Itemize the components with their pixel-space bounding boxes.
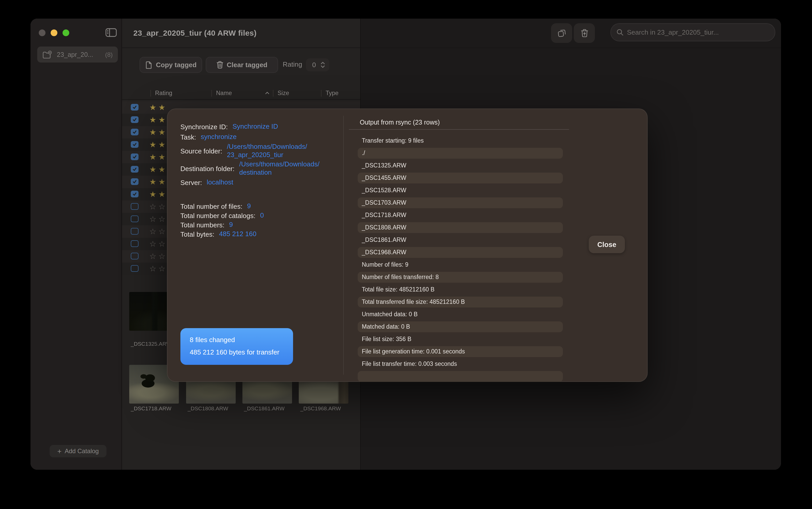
field-link-line: synchronize [201,133,237,141]
field-link[interactable]: localhost [207,178,233,186]
rating-stars[interactable]: ☆☆ [149,202,167,211]
rsync-output-row: ./ [358,148,563,159]
rsync-output-row: File list generation time: 0.001 seconds [358,346,563,357]
field-link[interactable]: synchronize [201,133,237,141]
sync-field-row: Synchronize ID:Synchronize ID [180,122,319,131]
clear-tagged-label: Clear tagged [227,61,268,69]
summary-line1: 8 files changed [190,335,293,345]
total-label: Total number of catalogs: [180,212,256,219]
dialog-panel-divider [343,116,344,375]
sync-field-row: Source folder:/Users/thomas/Downloads/23… [180,143,319,159]
row-checkbox[interactable] [131,228,138,235]
field-link[interactable]: /Users/thomas/Downloads/destination [239,160,320,177]
field-link-line: 23_apr_20205_tiur [227,151,307,159]
field-link-line: /Users/thomas/Downloads/ [227,143,307,151]
rating-label: Rating [283,61,302,68]
rating-stars[interactable]: ☆☆ [149,239,167,248]
rsync-output-row: Total file size: 485212160 B [358,284,563,295]
field-label: Task: [180,133,196,141]
copy-stack-icon [557,28,566,38]
toolbar-divider [122,47,781,48]
rating-stars[interactable]: ★★ [149,128,167,137]
rating-stars[interactable]: ★★ [149,103,167,112]
column-divider [150,90,151,97]
rsync-output-row: Total transferred file size: 485212160 B [358,297,563,307]
rating-stars[interactable]: ★★ [149,115,167,125]
total-value: 0 [260,211,264,219]
column-name[interactable]: Name [216,90,232,96]
rsync-output-row: Number of files transferred: 8 [358,272,563,283]
sidebar-item-catalog[interactable]: 23_apr_20... (8) [37,46,118,63]
search-input[interactable]: Search in 23_apr_20205_tiur... [610,23,775,41]
catalog-label: 23_apr_20... [57,51,105,58]
rsync-output-row: _DSC1703.ARW [358,197,563,208]
row-checkbox[interactable] [131,129,138,135]
rsync-output-list: Transfer starting: 9 files./_DSC1325.ARW… [358,135,563,382]
row-checkbox[interactable] [131,265,138,272]
copy-tagged-button[interactable]: Copy tagged [140,57,202,73]
table-header: Rating Name Size Type [122,89,360,99]
rating-stars[interactable]: ★★ [149,152,167,162]
clear-tagged-button[interactable]: Clear tagged [206,57,278,73]
sidebar: 23_apr_20... (8) + Add Catalog [31,19,122,470]
rsync-output-header: Output from rsync (23 rows) [360,119,440,126]
column-type[interactable]: Type [326,90,339,96]
rating-stepper[interactable]: 0 [306,58,329,71]
rsync-output-row: Transfer starting: 9 files [358,135,563,146]
thumbnail-filename: _DSC1808.ARW [188,405,228,411]
rsync-output-divider [349,129,569,130]
row-checkbox[interactable] [131,104,138,110]
field-label: Destination folder: [180,165,235,172]
row-checkbox[interactable] [131,203,138,210]
row-checkbox[interactable] [131,178,138,185]
thumbnail-filename: _DSC1325.ARW [131,341,171,347]
rating-stars[interactable]: ★★ [149,140,167,149]
window-title: 23_apr_20205_tiur (40 ARW files) [133,28,257,37]
column-rating[interactable]: Rating [155,90,172,96]
total-row: Total bytes:485 212 160 [180,230,264,239]
rating-stars[interactable]: ★★ [149,177,167,186]
copy-stack-button[interactable] [551,23,572,43]
row-checkbox[interactable] [131,141,138,148]
sync-totals: Total number of files:9Total number of c… [180,202,264,239]
row-checkbox[interactable] [131,116,138,123]
rating-stars[interactable]: ☆☆ [149,214,167,224]
trash-upload-icon [580,28,588,38]
rating-stars[interactable]: ☆☆ [149,264,167,273]
row-checkbox[interactable] [131,215,138,222]
rating-stars[interactable]: ☆☆ [149,252,167,261]
add-catalog-button[interactable]: + Add Catalog [49,445,106,457]
traffic-light-close[interactable] [39,29,45,36]
total-value: 485 212 160 [219,230,257,238]
trash-upload-button[interactable] [574,23,595,43]
rating-value: 0 [312,61,320,69]
field-link[interactable]: Synchronize ID [233,123,278,131]
row-checkbox[interactable] [131,240,138,247]
field-link-line: Synchronize ID [233,123,278,131]
rating-stars[interactable]: ★★ [149,190,167,199]
rating-stars[interactable]: ★★ [149,165,167,174]
sidebar-toggle-icon[interactable] [105,28,118,38]
field-link[interactable]: /Users/thomas/Downloads/23_apr_20205_tiu… [227,143,307,159]
copy-tagged-label: Copy tagged [156,61,196,69]
row-checkbox[interactable] [131,154,138,160]
add-catalog-label: Add Catalog [65,447,99,455]
column-size[interactable]: Size [277,90,289,96]
field-link-line: localhost [207,178,233,186]
screen: Copy tagged Clear tagged Rating 0 [0,0,812,509]
close-button[interactable]: Close [589,236,625,253]
catalog-count-badge: (8) [105,51,113,58]
row-checkbox[interactable] [131,191,138,197]
sync-result-dialog: Synchronize ID:Synchronize IDTask:synchr… [167,108,648,382]
rsync-output-row: _DSC1325.ARW [358,160,563,171]
plus-icon: + [57,447,62,455]
summary-box: 8 files changed 485 212 160 bytes for tr… [180,328,293,365]
row-checkbox[interactable] [131,166,138,173]
total-label: Total numbers: [180,221,225,229]
rsync-output-row [358,371,563,382]
traffic-light-zoom[interactable] [63,29,69,36]
row-checkbox[interactable] [131,253,138,260]
stepper-chevrons-icon[interactable] [320,62,325,68]
rating-stars[interactable]: ☆☆ [149,227,167,236]
traffic-light-minimize[interactable] [50,29,57,36]
